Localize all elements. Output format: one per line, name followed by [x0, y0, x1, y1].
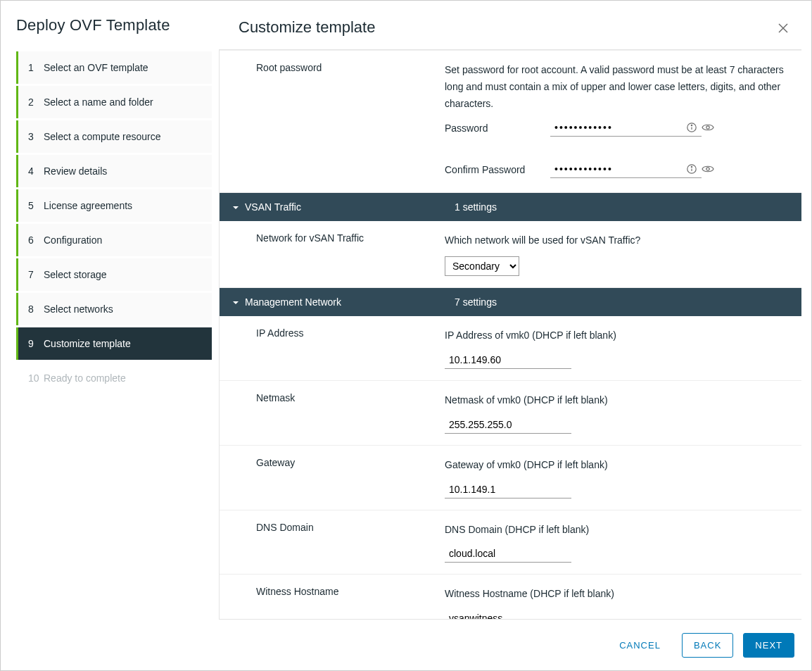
step-number: 8 — [28, 303, 44, 315]
ip-field[interactable] — [445, 351, 571, 369]
step-label: Select a name and folder — [44, 96, 153, 108]
gateway-field[interactable] — [445, 481, 571, 498]
wizard-sidebar: Deploy OVF Template 1 Select an OVF temp… — [1, 1, 219, 670]
main-panel: Customize template Root password Set pas… — [219, 1, 811, 670]
confirm-password-field[interactable] — [550, 161, 682, 177]
step-number: 10 — [28, 372, 44, 384]
row-ip-address: IP Address IP Address of vmk0 (DHCP if l… — [220, 316, 801, 381]
step-review[interactable]: 4 Review details — [16, 155, 212, 187]
step-label: Select networks — [44, 303, 113, 315]
cancel-button[interactable]: CANCEL — [608, 634, 672, 657]
step-number: 1 — [28, 62, 44, 73]
dialog-deploy-ovf: Deploy OVF Template 1 Select an OVF temp… — [0, 0, 812, 671]
content-scroll[interactable]: Root password Set password for root acco… — [219, 49, 801, 620]
wizard-steps: 1 Select an OVF template 2 Select a name… — [16, 51, 212, 394]
hostname-label: Witness Hostname — [234, 586, 445, 620]
step-label: Review details — [44, 165, 107, 177]
chevron-down-icon — [232, 202, 239, 212]
step-compute[interactable]: 3 Select a compute resource — [16, 120, 212, 153]
netmask-field[interactable] — [445, 416, 571, 434]
svg-point-7 — [691, 167, 692, 168]
info-icon[interactable] — [686, 122, 697, 133]
row-gateway: Gateway Gateway of vmk0 (DHCP if left bl… — [220, 446, 801, 510]
netmask-desc: Netmask of vmk0 (DHCP if left blank) — [445, 392, 787, 409]
dnsdom-desc: DNS Domain (DHCP if left blank) — [445, 522, 787, 539]
step-number: 6 — [28, 234, 44, 246]
dnsdom-label: DNS Domain — [234, 522, 445, 563]
step-number: 2 — [28, 96, 44, 108]
svg-point-3 — [691, 125, 692, 126]
step-label: Configuration — [44, 234, 102, 246]
step-label: License agreements — [44, 200, 132, 211]
vsan-network-desc: Which network will be used for vSAN Traf… — [445, 232, 787, 249]
confirm-sublabel: Confirm Password — [445, 164, 550, 175]
step-select-ovf[interactable]: 1 Select an OVF template — [16, 51, 212, 84]
row-hostname: Witness Hostname Witness Hostname (DHCP … — [220, 575, 801, 620]
wizard-title: Deploy OVF Template — [16, 16, 212, 35]
step-networks[interactable]: 8 Select networks — [16, 293, 212, 325]
hostname-field[interactable] — [445, 610, 571, 620]
step-number: 3 — [28, 131, 44, 142]
hostname-desc: Witness Hostname (DHCP if left blank) — [445, 586, 787, 603]
netmask-label: Netmask — [234, 392, 445, 434]
step-storage[interactable]: 7 Select storage — [16, 258, 212, 291]
step-configuration[interactable]: 6 Configuration — [16, 224, 212, 256]
back-button[interactable]: BACK — [682, 633, 733, 658]
root-password-desc: Set password for root account. A valid p… — [445, 62, 787, 112]
row-vsan-network: Network for vSAN Traffic Which network w… — [220, 221, 801, 288]
password-field[interactable] — [550, 119, 682, 136]
step-label: Select a compute resource — [44, 131, 161, 142]
close-icon — [778, 19, 789, 35]
chevron-down-icon — [232, 297, 239, 307]
vsan-network-select[interactable]: Secondary — [445, 256, 519, 276]
eye-icon[interactable] — [702, 123, 714, 132]
close-button[interactable] — [775, 16, 792, 38]
step-label: Ready to complete — [44, 372, 126, 384]
svg-point-9 — [706, 168, 709, 170]
ip-label: IP Address — [234, 327, 445, 369]
root-password-label: Root password — [234, 62, 445, 181]
page-title: Customize template — [239, 18, 375, 37]
section-header-vsan[interactable]: VSAN Traffic 1 settings — [220, 193, 801, 221]
step-license[interactable]: 5 License agreements — [16, 189, 212, 222]
main-header: Customize template — [219, 1, 811, 44]
dialog-footer: CANCEL BACK NEXT — [219, 620, 811, 670]
vsan-network-label: Network for vSAN Traffic — [234, 232, 445, 276]
section-header-mgmt[interactable]: Management Network 7 settings — [220, 288, 801, 316]
step-number: 7 — [28, 269, 44, 280]
info-icon[interactable] — [686, 163, 697, 175]
section-count: 7 settings — [455, 296, 497, 308]
eye-icon[interactable] — [702, 164, 714, 174]
step-name-folder[interactable]: 2 Select a name and folder — [16, 86, 212, 118]
step-label: Select storage — [44, 269, 107, 280]
step-number: 5 — [28, 200, 44, 211]
svg-point-5 — [706, 126, 709, 129]
step-number: 9 — [28, 338, 44, 349]
next-button[interactable]: NEXT — [743, 633, 794, 658]
step-number: 4 — [28, 165, 44, 177]
section-title: VSAN Traffic — [245, 201, 455, 213]
password-sublabel: Password — [445, 123, 550, 134]
row-dns-domain: DNS Domain DNS Domain (DHCP if left blan… — [220, 510, 801, 575]
step-customize[interactable]: 9 Customize template — [16, 327, 212, 360]
row-netmask: Netmask Netmask of vmk0 (DHCP if left bl… — [220, 381, 801, 446]
dnsdom-field[interactable] — [445, 545, 571, 563]
step-label: Customize template — [44, 338, 131, 349]
step-ready: 10 Ready to complete — [16, 362, 212, 394]
section-count: 1 settings — [455, 201, 497, 213]
gateway-desc: Gateway of vmk0 (DHCP if left blank) — [445, 457, 787, 474]
ip-desc: IP Address of vmk0 (DHCP if left blank) — [445, 327, 787, 344]
step-label: Select an OVF template — [44, 62, 148, 73]
gateway-label: Gateway — [234, 457, 445, 498]
section-title: Management Network — [245, 296, 455, 308]
row-root-password: Root password Set password for root acco… — [220, 50, 801, 193]
